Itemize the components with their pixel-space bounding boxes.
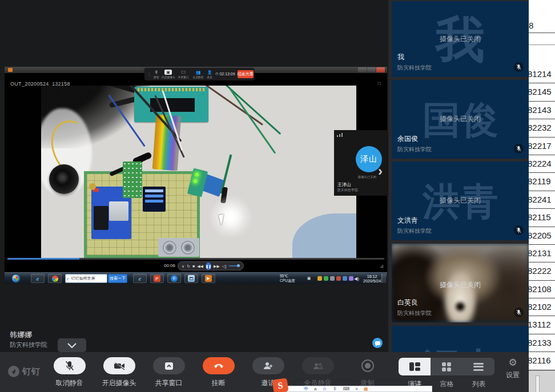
collapse-chevron-button[interactable] xyxy=(58,338,86,352)
end-share-button[interactable]: 结束共享 xyxy=(238,70,254,78)
stop-icon[interactable]: ■ xyxy=(192,264,195,268)
participant-org: 防灾科技学院 xyxy=(397,227,432,235)
participant-org: 防灾科技学院 xyxy=(397,309,432,317)
ime-letter-icon[interactable]: a xyxy=(314,387,316,391)
drag-handle[interactable]: ⋮ xyxy=(147,72,151,77)
share-window-button[interactable]: 🖵 共享窗口 xyxy=(176,70,190,79)
dingtalk-taskbar-icon[interactable]: ✆ xyxy=(167,274,181,283)
hang-up-button[interactable]: 挂断 xyxy=(194,357,243,388)
pause-button[interactable]: ❚❚ xyxy=(206,262,211,270)
ime-more-icon[interactable]: ● xyxy=(355,387,358,391)
windows-start-button[interactable] xyxy=(11,274,21,283)
powerpoint-taskbar-icon[interactable]: P xyxy=(150,274,164,283)
ime-mode-icon[interactable]: 中 xyxy=(304,387,308,391)
ime-emoji-icon[interactable]: ☺ xyxy=(322,387,327,391)
taskbar-clock[interactable]: 16:12 2020/5/24 xyxy=(363,274,381,283)
list-view-button[interactable] xyxy=(462,358,494,375)
record-icon xyxy=(361,359,374,372)
ime-mic-icon[interactable]: 🎙 xyxy=(333,387,337,391)
media-app-taskbar-icon[interactable] xyxy=(48,274,62,283)
background-document-window: 8 81214821458214382232822178222482119822… xyxy=(524,0,555,392)
speaker xyxy=(49,164,79,194)
minimize-button[interactable] xyxy=(358,67,367,72)
meeting-toolbar: 钉钉 取消静音 开启摄像头 共享窗口 xyxy=(0,352,529,392)
fullscreen-icon[interactable]: ⊿ xyxy=(380,264,384,269)
share-mute-all-button[interactable]: 👥 全员静音 xyxy=(191,70,205,79)
member-org: 防灾科技学院 xyxy=(337,188,358,193)
ie-taskbar-icon[interactable]: e xyxy=(31,274,45,283)
taskbar-search-box[interactable]: e· 钉钉如何录屏 xyxy=(65,274,107,283)
camera-off-text: 摄像头已关闭 xyxy=(392,280,529,290)
expand-chevron-icon[interactable]: › xyxy=(378,161,388,181)
unmute-button[interactable]: 取消静音 xyxy=(45,357,94,388)
search-go-button[interactable]: 搜索一下 xyxy=(108,274,127,283)
gear-icon: ⚙ xyxy=(508,358,517,367)
transport-controls: ∨ ↻ ■ ◀◀ ❚❚ ▶▶ ◁) xyxy=(178,261,244,270)
maximize-button[interactable] xyxy=(367,67,376,72)
jumper-wire xyxy=(229,87,276,153)
share-camera-button[interactable]: ▣ 开启摄像头 xyxy=(161,70,175,79)
student-id-column: 8121482145821438223282217822248211982241… xyxy=(528,66,555,370)
student-id-cell: 82119 xyxy=(528,173,555,191)
share-window-icon xyxy=(164,362,174,370)
student-id-cell: 82131 xyxy=(528,245,555,262)
metal-shield xyxy=(109,201,128,221)
share-mute-button[interactable]: 🎙 静音 xyxy=(153,70,160,79)
grid-view-button[interactable] xyxy=(431,358,462,375)
sogou-logo-icon[interactable]: S xyxy=(272,378,288,392)
scrollbar[interactable] xyxy=(536,375,540,392)
repeat-icon[interactable]: ↻ xyxy=(187,264,190,268)
mute-all-button[interactable]: 全员静音 xyxy=(293,357,343,388)
chat-button[interactable] xyxy=(372,338,383,348)
participant-name: 白英良 xyxy=(397,298,418,308)
forward-icon[interactable]: ▶▶ xyxy=(214,264,220,268)
media-player-taskbar-icon[interactable]: ▶ xyxy=(202,274,215,283)
participant-tile[interactable]: 洪青 摄像头已关闭 文洪青 防灾科技学院 xyxy=(392,161,529,240)
ime-skin-icon[interactable]: ▦ xyxy=(364,387,368,391)
mic-muted-icon xyxy=(514,62,524,72)
volume-tray-icon[interactable]: ◀) xyxy=(354,274,359,283)
share-members-button[interactable]: 👤 成员 xyxy=(206,70,213,79)
volume-slider[interactable] xyxy=(229,265,240,266)
search-query-text: 钉钉如何录屏 xyxy=(71,276,95,281)
camera-on-button[interactable]: 开启摄像头 xyxy=(94,357,144,388)
participant-tile-partial[interactable]: 泽山 xyxy=(392,326,529,352)
volume-icon[interactable]: ◁) xyxy=(222,264,227,268)
participant-org: 防灾科技学院 xyxy=(397,146,432,153)
elapsed-time: 00:06 xyxy=(164,263,175,268)
close-button[interactable] xyxy=(376,67,385,72)
video-area: OUT_20200524_132158 ∷ xyxy=(5,73,387,258)
student-id-cell: 82222 xyxy=(528,262,555,280)
ime-keyboard-icon[interactable]: ⌨ xyxy=(343,387,350,391)
record-button[interactable]: 录制 xyxy=(343,357,392,388)
student-id-cell: 82145 xyxy=(528,83,555,101)
share-window-button[interactable]: 共享窗口 xyxy=(144,357,194,388)
menu-icon[interactable]: ∨ xyxy=(182,264,184,268)
participant-tile[interactable]: 国俊 摄像头已关闭 余国俊 防灾科技学院 xyxy=(392,80,529,159)
system-tray[interactable] xyxy=(317,274,353,283)
mic-icon: 🎙 xyxy=(155,70,159,75)
presenter-org: 防灾科技学院 xyxy=(10,341,47,349)
ime-toolbar[interactable]: 中 a ☺ 🎙 ⌨ ● ▦ xyxy=(284,386,432,392)
shared-media-player-window: OUT_20200524_132158 ∷ xyxy=(5,67,387,284)
participant-tile[interactable]: 我 摄像头已关闭 我 防灾科技学院 xyxy=(392,1,529,77)
ultrasonic-transducer xyxy=(163,241,176,254)
mic-muted-icon xyxy=(514,144,524,153)
participant-name: 余国俊 xyxy=(397,134,418,144)
show-desktop-button[interactable] xyxy=(381,274,386,283)
mic-muted-icon xyxy=(65,361,74,371)
document-footer-area xyxy=(524,370,555,392)
speaker-view-button[interactable] xyxy=(399,358,431,375)
photo-viewer-taskbar-icon[interactable]: 🗔 xyxy=(184,274,198,283)
rewind-icon[interactable]: ◀◀ xyxy=(197,264,203,268)
monitor-icon: 🖵 xyxy=(182,70,186,75)
table-border xyxy=(524,45,555,45)
participant-org: 防灾科技学院 xyxy=(397,64,432,72)
ie-taskbar-icon[interactable]: e xyxy=(133,274,147,283)
participant-tile[interactable]: 摄像头已关闭 白英良 防灾科技学院 xyxy=(392,244,529,322)
student-id-cell: 82241 xyxy=(528,191,555,209)
tray-icon[interactable]: ▣ xyxy=(306,274,312,283)
playback-progress-bar[interactable] xyxy=(7,258,384,260)
playlist-grid-icon[interactable]: ∷ xyxy=(377,80,381,86)
settings-button[interactable]: ⚙ 设置 xyxy=(500,358,525,380)
